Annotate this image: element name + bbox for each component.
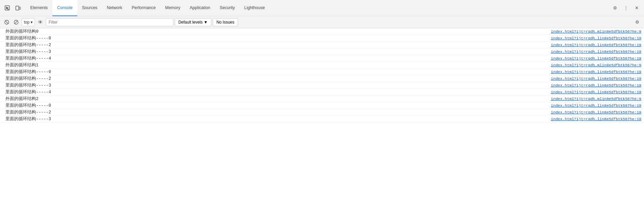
console-source-link[interactable]: index.html?⁠ijt=rqdh…lin8e5dfbtk567he:19: [551, 56, 641, 61]
console-source-link[interactable]: index.html?⁠ijt=rqdh…lin8e5dfbtk567he:19: [551, 36, 641, 40]
console-source-link[interactable]: index.html?⁠ijt=rqdh…lin8e5dfbtk567he:19: [551, 76, 641, 81]
console-source-link[interactable]: index.html?⁠ijt=rqdh…lin8e5dfbtk567he:19: [551, 103, 641, 108]
console-source-link[interactable]: index.html?⁠ijt=rqdh…lin8e5dfbtk567he:19: [551, 117, 641, 121]
tab-sources[interactable]: Sources: [77, 0, 102, 16]
console-message: 里面的循环结构-----0: [5, 69, 546, 75]
console-row: 里面的循环结构-----3index.html?⁠ijt=rqdh…lin8e5…: [0, 116, 644, 123]
console-message: 里面的循环结构-----2: [5, 109, 546, 115]
console-message: 外面的循环结构2: [5, 96, 546, 102]
console-row: 里面的循环结构-----3index.html?⁠ijt=rqdh…lin8e5…: [0, 82, 644, 89]
console-message: 里面的循环结构-----4: [5, 56, 546, 61]
inspect-button[interactable]: [3, 3, 12, 13]
console-row: 里面的循环结构-----2index.html?⁠ijt=rqdh…lin8e5…: [0, 109, 644, 116]
tab-memory[interactable]: Memory: [160, 0, 185, 16]
console-source-link[interactable]: index.html?⁠ijt=rqdh…lin8e5dfbtk567he:19: [551, 70, 641, 74]
svg-rect-1: [16, 6, 19, 10]
no-issues-button[interactable]: No Issues: [213, 18, 238, 26]
console-message: 里面的循环结构-----2: [5, 42, 546, 48]
console-row: 里面的循环结构-----3index.html?⁠ijt=rqdh…lin8e5…: [0, 48, 644, 55]
console-row: 外面的循环结构2index.html?⁠ijt=rqdh…mlin8e5dfbt…: [0, 96, 644, 102]
tab-performance[interactable]: Performance: [127, 0, 161, 16]
tab-application[interactable]: Application: [185, 0, 215, 16]
context-selector[interactable]: top ▾: [22, 18, 35, 26]
console-message: 里面的循环结构-----3: [5, 82, 546, 88]
clear-console-button[interactable]: [3, 18, 11, 26]
filter-input[interactable]: [46, 18, 173, 26]
console-source-link[interactable]: index.html?⁠ijt=rqdh…lin8e5dfbtk567he:19: [551, 90, 641, 94]
levels-button[interactable]: Default levels ▼: [175, 18, 211, 26]
console-message: 外面的循环结构0: [5, 29, 546, 34]
console-source-link[interactable]: index.html?⁠ijt=rqdh…mlin8e5dfbtk567he:9: [551, 63, 641, 67]
close-button[interactable]: ✕: [632, 3, 641, 13]
console-message: 外面的循环结构1: [5, 62, 546, 68]
console-source-link[interactable]: index.html?⁠ijt=rqdh…lin8e5dfbtk567he:19: [551, 83, 641, 88]
console-message: 里面的循环结构-----0: [5, 35, 546, 41]
console-row: 里面的循环结构-----2index.html?⁠ijt=rqdh…lin8e5…: [0, 42, 644, 48]
tab-lighthouse[interactable]: Lighthouse: [240, 0, 270, 16]
console-row: 里面的循环结构-----4index.html?⁠ijt=rqdh…lin8e5…: [0, 89, 644, 96]
tab-bar: Elements Console Sources Network Perform…: [0, 0, 644, 16]
console-message: 里面的循环结构-----0: [5, 103, 546, 108]
console-row: 里面的循环结构-----0index.html?⁠ijt=rqdh…lin8e5…: [0, 69, 644, 75]
console-message: 里面的循环结构-----3: [5, 49, 546, 55]
console-source-link[interactable]: index.html?⁠ijt=rqdh…lin8e5dfbtk567he:19: [551, 49, 641, 54]
console-message: 里面的循环结构-----2: [5, 76, 546, 81]
tab-bar-right: ⚙ ⋮ ✕: [610, 3, 641, 13]
console-source-link[interactable]: index.html?⁠ijt=rqdh…lin8e5dfbtk567he:19: [551, 43, 641, 47]
console-row: 里面的循环结构-----4index.html?⁠ijt=rqdh…lin8e5…: [0, 55, 644, 62]
tab-network[interactable]: Network: [102, 0, 127, 16]
console-settings-button[interactable]: ⚙: [633, 18, 641, 26]
devtools-left-icons: [3, 3, 23, 13]
console-source-link[interactable]: index.html?⁠ijt=rqdh…mlin8e5dfbtk567he:9: [551, 97, 641, 101]
ban-button[interactable]: [12, 18, 20, 26]
console-source-link[interactable]: index.html?⁠ijt=rqdh…mlin8e5dfbtk567he:9: [551, 29, 641, 34]
console-row: 外面的循环结构1index.html?⁠ijt=rqdh…mlin8e5dfbt…: [0, 62, 644, 69]
svg-rect-2: [19, 7, 21, 9]
console-message: 里面的循环结构-----4: [5, 89, 546, 95]
tab-console[interactable]: Console: [52, 0, 77, 16]
console-message: 里面的循环结构-----3: [5, 116, 546, 122]
tab-elements[interactable]: Elements: [26, 0, 52, 16]
eye-button[interactable]: 👁: [36, 18, 44, 26]
console-toolbar-right: ⚙: [633, 18, 641, 26]
settings-button[interactable]: ⚙: [610, 3, 620, 13]
console-source-link[interactable]: index.html?⁠ijt=rqdh…lin8e5dfbtk567he:19: [551, 110, 641, 114]
svg-line-4: [5, 21, 8, 24]
console-row: 里面的循环结构-----0index.html?⁠ijt=rqdh…lin8e5…: [0, 35, 644, 42]
console-row: 里面的循环结构-----0index.html?⁠ijt=rqdh…lin8e5…: [0, 102, 644, 109]
console-output: 外面的循环结构0index.html?⁠ijt=rqdh…mlin8e5dfbt…: [0, 28, 644, 203]
svg-line-6: [15, 21, 17, 24]
console-toolbar: top ▾ 👁 Default levels ▼ No Issues ⚙: [0, 16, 644, 28]
console-row: 外面的循环结构0index.html?⁠ijt=rqdh…mlin8e5dfbt…: [0, 28, 644, 35]
device-toggle-button[interactable]: [13, 3, 23, 13]
console-row: 里面的循环结构-----2index.html?⁠ijt=rqdh…lin8e5…: [0, 75, 644, 82]
more-button[interactable]: ⋮: [621, 3, 631, 13]
tab-security[interactable]: Security: [215, 0, 240, 16]
